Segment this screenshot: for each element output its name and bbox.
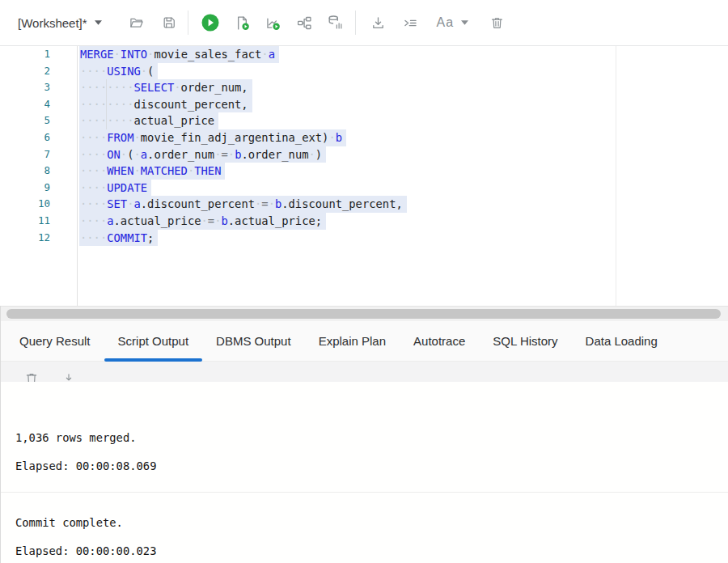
selection-highlight: ····UPDATE <box>79 180 151 197</box>
results-tabbar: Query ResultScript OutputDBMS OutputExpl… <box>1 321 728 362</box>
code-line: MERGE·INTO·movie_sales_fact·a <box>78 46 728 63</box>
download-icon <box>61 371 76 382</box>
sql-editor[interactable]: 123456789101112 MERGE·INTO·movie_sales_f… <box>0 46 728 306</box>
download-output-button[interactable] <box>61 371 76 382</box>
main-toolbar: [Worksheet]* <box>0 0 728 46</box>
editor-code-area[interactable]: MERGE·INTO·movie_sales_fact·a····USING·(… <box>78 46 728 306</box>
trash-icon <box>24 371 39 382</box>
line-number: 7 <box>0 146 77 163</box>
code-line: ····USING·( <box>78 63 728 80</box>
tab-explain-plan[interactable]: Explain Plan <box>305 321 400 361</box>
chart-run-icon <box>265 15 281 32</box>
font-size-selector[interactable]: Aa <box>437 15 469 30</box>
editor-gutter: 123456789101112 <box>0 46 78 306</box>
output-line: 1,036 rows merged. <box>15 430 713 446</box>
line-number: 6 <box>0 129 77 146</box>
code-line: ····ON·(·a.order_num·=·b.order_num·) <box>78 146 728 163</box>
line-number: 8 <box>0 163 77 180</box>
tab-data-loading[interactable]: Data Loading <box>572 321 671 361</box>
code-line: ····a.actual_price·=·b.actual_price; <box>78 213 728 230</box>
line-number: 5 <box>0 112 77 129</box>
code-line: ········discount_percent, <box>78 96 728 113</box>
code-line: ····COMMIT; <box>78 230 728 247</box>
code-line: ····WHEN·MATCHED·THEN <box>78 163 728 180</box>
indent-guide-line <box>106 79 107 129</box>
toolbar-divider <box>355 11 356 35</box>
format-button[interactable] <box>402 15 419 32</box>
selection-highlight: ····COMMIT; <box>79 230 158 247</box>
line-number: 10 <box>0 196 77 213</box>
tab-autotrace[interactable]: Autotrace <box>400 321 479 361</box>
download-button[interactable] <box>370 15 387 32</box>
font-size-label: Aa <box>437 15 455 30</box>
code-line: ····UPDATE <box>78 180 728 197</box>
line-number: 4 <box>0 96 77 113</box>
line-number: 9 <box>0 180 77 197</box>
tab-script-output[interactable]: Script Output <box>104 321 203 361</box>
save-icon <box>161 15 177 31</box>
folder-open-icon <box>129 15 145 31</box>
trash-icon <box>489 15 505 31</box>
indent-format-icon <box>402 15 419 32</box>
results-panel: Query ResultScript OutputDBMS OutputExpl… <box>0 306 728 563</box>
clear-worksheet-button[interactable] <box>489 15 505 31</box>
selection-highlight: ····ON·(·a.order_num·=·b.order_num·) <box>79 146 326 163</box>
worksheet-selector[interactable]: [Worksheet]* <box>18 16 102 30</box>
hierarchy-icon <box>296 15 313 32</box>
output-line: Elapsed: 00:00:08.069 <box>15 458 713 474</box>
tab-query-result[interactable]: Query Result <box>6 321 104 361</box>
run-script-icon <box>234 15 251 32</box>
database-stats-icon <box>327 14 345 32</box>
selection-highlight: ········actual_price <box>79 112 218 129</box>
script-output-content: 1,036 rows merged.Elapsed: 00:00:08.069C… <box>1 382 728 563</box>
chevron-down-icon <box>95 20 102 25</box>
sql-worksheet-app: [Worksheet]* <box>0 0 728 563</box>
line-number: 2 <box>0 63 77 80</box>
chevron-down-icon <box>461 20 468 25</box>
selection-highlight: ····a.actual_price·=·b.actual_price; <box>79 213 326 230</box>
panel-splitter <box>1 306 728 321</box>
sql-history-db-button[interactable] <box>327 14 345 32</box>
save-button[interactable] <box>161 15 177 31</box>
line-number: 3 <box>0 79 77 96</box>
code-line: ········SELECT·order_num, <box>78 79 728 96</box>
selection-highlight: ····USING·( <box>79 63 158 80</box>
script-output-section: 1,036 rows merged.Elapsed: 00:00:08.069 <box>1 382 728 492</box>
autotrace-button[interactable] <box>265 15 281 32</box>
explain-plan-button[interactable] <box>296 15 313 32</box>
line-number: 1 <box>0 46 77 63</box>
output-line: Elapsed: 00:00:00.023 <box>15 543 713 559</box>
worksheet-title: [Worksheet]* <box>18 16 87 30</box>
selection-highlight: ····WHEN·MATCHED·THEN <box>79 163 225 180</box>
code-line: ····SET·a.discount_percent·=·b.discount_… <box>78 196 728 213</box>
selection-highlight: ····FROM·movie_fin_adj_argentina_ext)·b <box>79 129 346 146</box>
toolbar-divider <box>188 11 188 35</box>
selection-highlight: MERGE·INTO·movie_sales_fact·a <box>79 46 279 63</box>
clear-output-button[interactable] <box>24 371 39 382</box>
run-statement-button[interactable] <box>201 14 219 32</box>
download-icon <box>370 15 387 32</box>
line-number: 11 <box>0 213 77 230</box>
selection-highlight: ····SET·a.discount_percent·=·b.discount_… <box>79 196 407 213</box>
script-output-section: Commit complete.Elapsed: 00:00:00.023 <box>1 492 728 563</box>
run-script-button[interactable] <box>234 15 251 32</box>
tab-dbms-output[interactable]: DBMS Output <box>202 321 305 361</box>
code-line: ········actual_price <box>78 112 728 129</box>
line-number: 12 <box>0 230 77 247</box>
open-file-button[interactable] <box>129 15 145 31</box>
output-toolbar <box>1 362 728 382</box>
tab-sql-history[interactable]: SQL History <box>479 321 571 361</box>
output-line: Commit complete. <box>15 514 713 531</box>
code-line: ····FROM·movie_fin_adj_argentina_ext)·b <box>78 129 728 146</box>
splitter-handle[interactable] <box>6 309 721 319</box>
run-icon <box>201 14 219 32</box>
